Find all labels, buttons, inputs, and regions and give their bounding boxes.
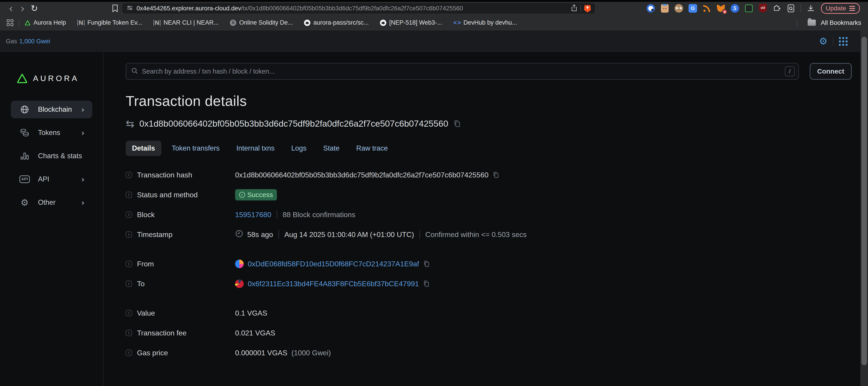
gas-label: Gas [6, 38, 17, 45]
bookmarks-divider [797, 20, 797, 26]
metamask-badge: 3 [722, 9, 727, 14]
confirmation-duration: Confirmed within <= 0.503 secs [426, 231, 527, 239]
apps-dots-icon[interactable] [839, 37, 848, 46]
all-bookmarks-button[interactable]: All Bookmarks [821, 19, 861, 26]
main-content: / Connect Transaction details ⇆ 0x1d8b00… [103, 52, 868, 386]
search-box: / [126, 63, 799, 80]
ublock-extension-icon[interactable]: uO [758, 4, 768, 13]
info-icon[interactable]: i [126, 232, 132, 238]
connect-button[interactable]: Connect [810, 63, 852, 80]
page-search-extension-icon[interactable] [786, 4, 796, 13]
near-icon: N [153, 20, 161, 26]
info-icon[interactable]: i [126, 281, 132, 287]
chevron-right-icon: › [81, 128, 85, 137]
bookmarks-divider [19, 20, 19, 26]
scrollbar-thumb[interactable] [862, 37, 867, 365]
info-icon[interactable]: i [126, 330, 132, 336]
info-icon[interactable]: i [126, 310, 132, 316]
bar-chart-icon [20, 151, 30, 161]
bookmark-devhub[interactable]: < > DevHub by devhu... [454, 19, 517, 26]
bookmark-aurora-pass[interactable]: aurora-pass/src/sc... [304, 19, 369, 26]
tab-token-transfers[interactable]: Token transfers [165, 141, 226, 156]
bookmark-flag-icon[interactable] [112, 4, 119, 13]
tab-internal-txns[interactable]: Internal txns [230, 141, 281, 156]
to-address-link[interactable]: 0x6f2311Ec313bd4FE4A83F8FCb5E6bf37bCE479… [248, 280, 419, 288]
sidebar-item-blockchain[interactable]: Blockchain › [11, 101, 92, 118]
aurora-logo[interactable]: AURORA [16, 73, 103, 83]
tab-details[interactable]: Details [126, 141, 161, 156]
value-divider [278, 230, 279, 239]
brave-shield-icon[interactable] [584, 4, 591, 12]
copy-icon[interactable] [453, 120, 461, 128]
chevron-right-icon: › [81, 175, 85, 184]
rss-extension-icon[interactable] [702, 4, 712, 13]
transaction-hash-header: ⇆ 0x1d8b006066402bf05b05b3bb3d6dc75df9b2… [126, 118, 852, 129]
copy-icon[interactable] [423, 280, 430, 287]
info-icon[interactable]: i [126, 212, 132, 218]
url-host: 0x4e454265.explorer.aurora-cloud.dev [136, 5, 241, 12]
tab-raw-trace[interactable]: Raw trace [350, 141, 394, 156]
value-divider [420, 230, 420, 239]
metamask-extension-icon[interactable]: 3 [716, 4, 725, 13]
bookmark-near-cli[interactable]: N NEAR CLI | NEAR... [153, 19, 219, 26]
screenshot-extension-icon[interactable] [744, 4, 754, 13]
row-status: iStatus and method ✓ Success [126, 188, 852, 201]
pet-extension-icon[interactable] [660, 4, 670, 13]
update-button[interactable]: Update [821, 3, 860, 14]
tab-bar: Details Token transfers Internal txns Lo… [126, 141, 852, 156]
download-icon[interactable] [807, 4, 815, 12]
info-icon[interactable]: i [126, 261, 132, 267]
search-input[interactable] [142, 68, 785, 75]
bookmark-fungible-token[interactable]: N Fungible Token Ev... [77, 19, 142, 26]
forward-button[interactable]: › [17, 3, 29, 14]
password-manager-extension-icon[interactable] [646, 4, 655, 13]
tab-logs[interactable]: Logs [285, 141, 313, 156]
url-bar-divider [581, 5, 581, 11]
block-confirmations: 88 Block confirmations [283, 211, 355, 219]
timestamp-datetime: Aug 14 2025 01:00:40 AM (+01:00 UTC) [284, 231, 414, 239]
share-icon[interactable] [571, 4, 577, 12]
back-button[interactable]: ‹ [5, 3, 17, 14]
swash-extension-icon[interactable]: S [730, 4, 740, 13]
check-icon: ✓ [239, 192, 245, 198]
timestamp-age: 58s ago [247, 231, 273, 239]
row-to: iTo 0x6f2311Ec313bd4FE4A83F8FCb5E6bf37bC… [126, 277, 852, 290]
reload-button[interactable]: ↻ [29, 3, 40, 14]
info-icon[interactable]: i [126, 350, 132, 356]
sidebar-item-other[interactable]: ⚙ Other › [11, 194, 92, 211]
apps-grid-icon[interactable] [7, 20, 13, 26]
row-value: iValue 0.1 VGAS [126, 307, 852, 319]
chevron-right-icon: › [81, 105, 85, 114]
github-icon [304, 20, 310, 26]
tx-hash-value: 0x1d8b006066402bf05b05b3bb3d6dc75df9b2fa… [235, 171, 489, 179]
chevron-right-icon: › [81, 198, 85, 207]
sidebar-item-api[interactable]: API API › [11, 170, 92, 188]
site-settings-icon[interactable] [127, 5, 133, 12]
sidebar: AURORA Blockchain › [0, 52, 103, 386]
sidebar-item-charts-stats[interactable]: Charts & stats [11, 147, 92, 165]
bookmark-solidity[interactable]: S Online Solidity De... [230, 19, 293, 26]
github-icon [380, 20, 386, 26]
settings-gear-icon[interactable]: ⚙ [819, 37, 828, 46]
avatar-extension-icon[interactable] [674, 4, 684, 13]
transaction-hash: 0x1d8b006066402bf05b05b3bb3d6dc75df9b2fa… [140, 119, 448, 129]
info-icon[interactable]: i [126, 191, 132, 198]
row-from: iFrom 0xDdE068fd58FD10ed15D0f68FC7cD2142… [126, 257, 852, 270]
copy-icon[interactable] [423, 260, 430, 268]
translate-extension-icon[interactable]: G [688, 4, 698, 13]
from-address-link[interactable]: 0xDdE068fd58FD10ed15D0f68FC7cD214237A1E9… [248, 260, 419, 268]
gas-value[interactable]: 1,000 Gwei [20, 38, 51, 45]
block-number-link[interactable]: 159517680 [235, 211, 271, 219]
copy-icon[interactable] [493, 171, 499, 179]
tab-state[interactable]: State [317, 141, 346, 156]
bookmarks-bar: Aurora Help N Fungible Token Ev... N NEA… [0, 15, 868, 31]
gas-tracker: Gas1,000 Gwei [6, 38, 50, 45]
menu-icon[interactable] [849, 6, 855, 11]
bookmark-aurora-help[interactable]: Aurora Help [25, 19, 66, 26]
info-icon[interactable]: i [126, 172, 132, 178]
sidebar-item-tokens[interactable]: Tokens › [11, 124, 92, 142]
url-bar[interactable]: 0x4e454265.explorer.aurora-cloud.dev /tx… [123, 3, 595, 13]
gas-price-amount: 0.000001 VGAS [235, 349, 287, 357]
extensions-puzzle-icon[interactable] [772, 4, 782, 13]
bookmark-nep-518[interactable]: [NEP-518] Web3-... [380, 19, 442, 26]
